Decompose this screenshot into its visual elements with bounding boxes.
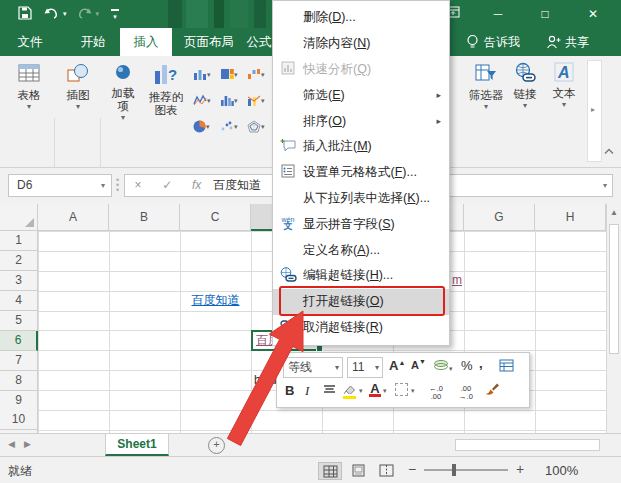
column-header-c[interactable]: C <box>180 204 251 231</box>
tab-page-layout[interactable]: 页面布局 <box>176 28 242 56</box>
fill-handle[interactable] <box>316 345 323 352</box>
borders-button[interactable] <box>395 383 408 399</box>
sheet-nav-left-icon[interactable]: ◀ <box>8 439 15 449</box>
menu-item-show-phonetic[interactable]: wén文 显示拼音字段(S) <box>273 211 449 237</box>
grow-font-button[interactable]: A▲ <box>389 358 405 373</box>
bar-chart-button[interactable]: ▾ <box>220 94 242 109</box>
row-header-6-selected[interactable]: 6 <box>0 331 38 351</box>
zoom-out-button[interactable]: − <box>408 461 416 477</box>
font-name-combo[interactable]: 等线 ▾ <box>283 357 343 378</box>
hierarchy-chart-button[interactable]: ▾ <box>220 68 242 83</box>
close-button[interactable]: ✕ <box>578 0 608 28</box>
scroll-up-icon[interactable]: ▲ <box>610 208 618 217</box>
horizontal-scrollbar[interactable] <box>455 439 600 451</box>
zoom-in-button[interactable]: + <box>516 461 524 477</box>
text-button[interactable]: A 文本 ▾ <box>546 62 582 146</box>
italic-button[interactable]: I <box>305 383 309 399</box>
name-box[interactable]: D6 ▾ <box>8 174 112 197</box>
row-header-8[interactable]: 8 <box>0 371 38 391</box>
cell-c4-hyperlink[interactable]: 百度知道 <box>180 291 251 311</box>
sheet-nav-right-icon[interactable]: ▶ <box>24 439 31 449</box>
tab-formulas[interactable]: 公式 <box>246 28 272 56</box>
row-header-7[interactable]: 7 <box>0 351 38 371</box>
format-table-button[interactable] <box>499 359 514 375</box>
insert-function-icon[interactable]: fx <box>184 175 210 196</box>
maximize-button[interactable]: □ <box>530 0 560 28</box>
minimize-button[interactable]: ─ <box>483 0 513 28</box>
ribbon-scroll-strip[interactable]: ▸ <box>587 60 602 162</box>
zoom-level-label[interactable]: 100% <box>545 463 578 478</box>
redo-button[interactable] <box>77 7 92 22</box>
fill-color-button[interactable] <box>343 382 357 399</box>
link-button[interactable]: 链接 ▾ <box>506 62 544 146</box>
menu-item-remove-hyperlink[interactable]: 取消超链接(R) <box>273 315 449 341</box>
zoom-slider-track[interactable] <box>424 469 508 471</box>
menu-item-filter[interactable]: 筛选(E) ▸ <box>273 82 449 108</box>
vertical-scroll-thumb[interactable] <box>609 224 619 354</box>
slicer-button[interactable]: 筛选器 ▾ <box>460 62 512 146</box>
row-header-3[interactable]: 3 <box>0 271 38 291</box>
scatter-chart-button[interactable]: ▾ <box>220 120 242 135</box>
waterfall-chart-button[interactable]: ▾ <box>247 68 269 83</box>
normal-view-button[interactable] <box>318 462 342 480</box>
column-header-g[interactable]: G <box>464 204 535 231</box>
row-header-10[interactable]: 10 <box>0 410 38 430</box>
vertical-scrollbar[interactable]: ▲ <box>606 204 621 433</box>
row-header-9[interactable]: 9 <box>0 391 38 411</box>
radar-chart-button[interactable]: ▾ <box>247 120 269 135</box>
menu-item-clear-contents[interactable]: 清除内容(N) <box>273 31 449 57</box>
font-color-button[interactable]: A <box>369 381 381 397</box>
column-header-h[interactable]: H <box>535 204 606 231</box>
save-button[interactable] <box>18 6 32 23</box>
undo-button[interactable] <box>44 7 59 22</box>
decrease-decimal-button[interactable]: .00 →.0 <box>453 385 479 401</box>
tab-home[interactable]: 开始 <box>70 28 116 56</box>
recommended-charts-button[interactable]: ? 推荐的图表 <box>143 62 189 146</box>
menu-item-pick-from-list[interactable]: 从下拉列表中选择(K)... <box>273 186 449 212</box>
add-ins-button[interactable]: 加载项 ▾ <box>104 62 142 146</box>
customize-quick-access-button[interactable]: ▾ <box>111 9 119 20</box>
cancel-icon[interactable]: × <box>125 175 151 196</box>
sheet-tab-sheet1[interactable]: Sheet1 <box>105 434 169 456</box>
menu-item-sort[interactable]: 排序(O) ▸ <box>273 108 449 134</box>
menu-item-edit-hyperlink[interactable]: 编辑超链接(H)... <box>273 263 449 289</box>
comma-style-button[interactable]: , <box>479 356 483 371</box>
pie-chart-button[interactable]: ▾ <box>193 120 215 135</box>
cell-row3-url-tail[interactable]: m <box>452 271 462 291</box>
line-chart-button[interactable]: ▾ <box>193 94 215 109</box>
enter-icon[interactable]: ✓ <box>154 175 180 196</box>
page-layout-view-button[interactable] <box>346 462 370 480</box>
column-header-b[interactable]: B <box>109 204 180 231</box>
format-painter-button[interactable] <box>485 382 499 398</box>
menu-item-delete[interactable]: 删除(D)... <box>273 5 449 31</box>
page-break-preview-button[interactable] <box>374 462 398 480</box>
bold-button[interactable]: B <box>285 383 294 398</box>
illustrations-button[interactable]: 插图 ▾ <box>58 62 98 146</box>
select-all-corner[interactable] <box>0 204 38 231</box>
row-header-4[interactable]: 4 <box>0 291 38 311</box>
menu-item-format-cells[interactable]: 设置单元格格式(F)... <box>273 160 449 186</box>
shrink-font-button[interactable]: A▼ <box>411 358 426 371</box>
row-header-1[interactable]: 1 <box>0 231 38 251</box>
tab-insert[interactable]: 插入 <box>120 28 172 56</box>
font-size-combo[interactable]: 11 ▾ <box>347 357 383 378</box>
redo-dropdown[interactable]: ▾ <box>96 10 100 18</box>
percent-style-button[interactable]: % <box>461 358 473 373</box>
column-header-a[interactable]: A <box>38 204 109 231</box>
formula-bar-expand-icon[interactable]: ▾ <box>603 175 607 196</box>
share-button[interactable]: 共享 <box>565 28 589 56</box>
new-sheet-button[interactable]: + <box>208 437 225 454</box>
increase-decimal-button[interactable]: ←.0 .00 <box>423 385 449 401</box>
menu-item-insert-comment[interactable]: 插入批注(M) <box>273 134 449 160</box>
collapse-ribbon-button[interactable] <box>603 144 615 158</box>
undo-dropdown[interactable]: ▾ <box>63 10 67 18</box>
row-header-2[interactable]: 2 <box>0 251 38 271</box>
accounting-format-button[interactable]: ▾ <box>433 359 453 374</box>
combo-chart-button[interactable]: ▾ <box>247 94 269 109</box>
tell-me-button[interactable]: 告诉我 <box>484 28 520 56</box>
center-align-button[interactable] <box>323 383 336 398</box>
formula-bar-splitter[interactable]: ••• <box>116 178 119 193</box>
column-chart-button[interactable]: ▾ <box>193 68 215 83</box>
menu-item-define-name[interactable]: 定义名称(A)... <box>273 237 449 263</box>
table-button[interactable]: 表格 ▾ <box>8 62 50 146</box>
